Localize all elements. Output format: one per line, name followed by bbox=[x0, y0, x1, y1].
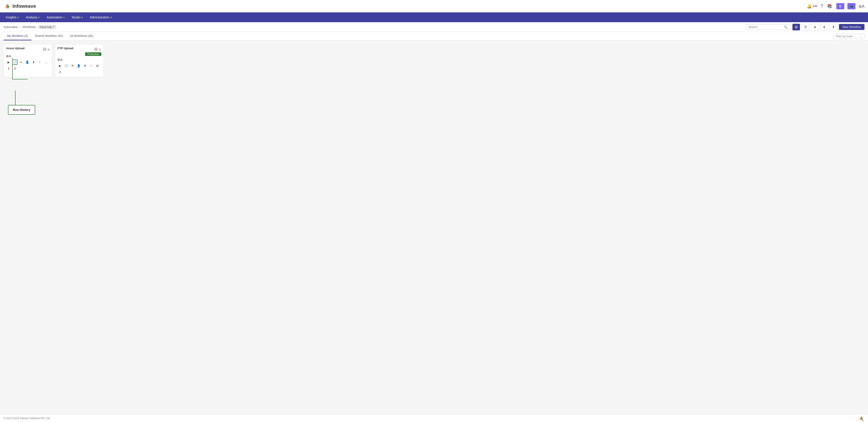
list-icon: ☰ bbox=[804, 25, 807, 29]
workflow-grid: Azure Upload ⚙ ⚙ ⊛A ▶ 🕐 ✏ 👤 ⬇ ⑂ … ℹ 🗑 bbox=[4, 44, 864, 77]
logo: Infoweave bbox=[4, 2, 36, 10]
gear-group-azure: ⚙ ⚙ bbox=[42, 47, 50, 52]
book-button[interactable]: 📚 bbox=[826, 3, 833, 10]
grid-view-button[interactable]: ⊞ bbox=[793, 24, 800, 30]
footer-logo-icon: ✱ bbox=[858, 415, 864, 421]
card-title-azure: Azure Upload bbox=[6, 47, 25, 50]
history-button-ftp[interactable]: 🕐 bbox=[64, 63, 69, 68]
tab-my-workflow[interactable]: My Workflow (2) bbox=[4, 32, 31, 40]
main-content: Azure Upload ⚙ ⚙ ⊛A ▶ 🕐 ✏ 👤 ⬇ ⑂ … ℹ 🗑 bbox=[0, 40, 868, 414]
footer: © 2013-2024 Noesys Software Pvt. Ltd. ✱ bbox=[0, 414, 868, 422]
workflow-card-ftp: FTP Upload ⚙ ⚙ Production ⊛A ▶ 🕐 👁 👤 ⬇ ⑂… bbox=[55, 44, 104, 77]
book-icon: 📚 bbox=[827, 4, 832, 9]
nav-item-studio[interactable]: Studio ▾ bbox=[68, 14, 86, 21]
screen2-button[interactable]: 📺 bbox=[847, 3, 856, 9]
new-workflow-label: New Workflow bbox=[842, 25, 861, 29]
gear-icon-azure[interactable]: ⚙ bbox=[42, 47, 46, 52]
footer-copyright: © 2013-2024 Noesys Software Pvt. Ltd. bbox=[4, 417, 50, 420]
play-button-ftp[interactable]: ▶ bbox=[57, 63, 63, 68]
nav-bar: Insights ▾ Analysis ▾ Automation ▾ Studi… bbox=[0, 12, 868, 22]
run-history-label: Run History bbox=[13, 108, 30, 112]
need-help-badge[interactable]: Need help ? bbox=[38, 25, 57, 29]
administration-arrow: ▾ bbox=[111, 16, 112, 19]
share-button-ftp[interactable]: ⑂ bbox=[88, 63, 94, 68]
tab-all-workflows[interactable]: All Workflows (45) bbox=[66, 32, 97, 40]
download-button-azure[interactable]: ⬇ bbox=[31, 59, 36, 65]
breadcrumb-bar: Automation › Workflows Need help ? 🔍 ⊞ ☰… bbox=[0, 22, 868, 32]
download-icon: ⬇ bbox=[823, 25, 826, 29]
users-button-azure[interactable]: 👤 bbox=[25, 59, 30, 65]
nav-item-administration[interactable]: Administration ▾ bbox=[87, 14, 115, 21]
top-header: Infoweave 🔔 545 ? 📚 🖥 📺 ⊛A bbox=[0, 0, 868, 12]
search-input[interactable] bbox=[748, 25, 784, 29]
breadcrumb-automation[interactable]: Automation bbox=[4, 25, 18, 29]
logo-icon bbox=[4, 2, 11, 10]
info-button-azure[interactable]: ℹ bbox=[6, 66, 11, 71]
header-right: 🔔 545 ? 📚 🖥 📺 ⊛A bbox=[807, 3, 864, 10]
nav-item-automation[interactable]: Automation ▾ bbox=[43, 14, 68, 21]
breadcrumb-sep: › bbox=[20, 25, 21, 29]
filter-mode-dropdown[interactable]: Filter by mode ⌄ bbox=[833, 34, 864, 39]
nav-item-analysis[interactable]: Analysis ▾ bbox=[23, 14, 42, 21]
gear-icon-ftp[interactable]: ⚙ bbox=[94, 47, 98, 52]
svg-text:✱: ✱ bbox=[862, 420, 864, 421]
info-button-ftp[interactable]: ℹ bbox=[57, 69, 63, 75]
card-header-azure: Azure Upload ⚙ ⚙ bbox=[6, 47, 50, 52]
play-button-azure[interactable]: ▶ bbox=[6, 59, 11, 65]
delete-button-azure[interactable]: 🗑 bbox=[12, 66, 18, 71]
user-button[interactable]: ⊛A bbox=[859, 3, 864, 9]
user-avatar-ftp: ⊛A bbox=[57, 58, 63, 61]
analysis-arrow: ▾ bbox=[38, 16, 39, 19]
administration-label: Administration bbox=[90, 16, 110, 19]
monitor-button[interactable]: 🖥 bbox=[836, 3, 844, 9]
download-button[interactable]: ⬇ bbox=[820, 24, 828, 30]
tab-shared-workflow[interactable]: Shared Workflow (43) bbox=[31, 32, 66, 40]
workflow-card-azure: Azure Upload ⚙ ⚙ ⊛A ▶ 🕐 ✏ 👤 ⬇ ⑂ … ℹ 🗑 bbox=[4, 44, 52, 77]
gear-icon-ftp2[interactable]: ⚙ bbox=[99, 48, 101, 52]
notifications-count: 545 bbox=[813, 4, 817, 8]
production-badge-ftp: Production bbox=[85, 52, 101, 56]
card-user-azure: ⊛A bbox=[6, 54, 50, 58]
download-button-ftp[interactable]: ⬇ bbox=[82, 63, 88, 68]
new-workflow-button[interactable]: New Workflow bbox=[839, 24, 864, 30]
card-actions-ftp: ▶ 🕐 👁 👤 ⬇ ⑂ ⊞ ℹ bbox=[57, 63, 101, 75]
automation-label: Automation bbox=[46, 16, 62, 19]
tab-bar: My Workflow (2) Shared Workflow (43) All… bbox=[0, 32, 868, 40]
star-button[interactable]: ★ bbox=[811, 24, 818, 30]
card-title-ftp: FTP Upload bbox=[57, 47, 73, 50]
need-help-label: Need help bbox=[40, 26, 52, 29]
upload-button-ftp[interactable]: 👤 bbox=[76, 63, 81, 68]
star-icon: ★ bbox=[813, 25, 816, 29]
help-button[interactable]: ? bbox=[820, 4, 823, 9]
analysis-label: Analysis bbox=[26, 16, 37, 19]
list-view-button[interactable]: ☰ bbox=[802, 24, 809, 30]
search-icon[interactable]: 🔍 bbox=[784, 25, 787, 29]
search-box: 🔍 bbox=[746, 24, 790, 30]
bell-icon: 🔔 bbox=[807, 4, 812, 9]
screen2-icon: 📺 bbox=[849, 4, 853, 8]
more-button-ftp[interactable]: ⊞ bbox=[95, 63, 100, 68]
run-history-tooltip: Run History bbox=[8, 105, 35, 115]
history-button-azure[interactable]: 🕐 bbox=[12, 59, 18, 65]
studio-label: Studio bbox=[71, 16, 81, 19]
gear-group-ftp: ⚙ ⚙ bbox=[94, 47, 101, 52]
card-header-ftp: FTP Upload ⚙ ⚙ bbox=[57, 47, 101, 52]
eye-button-ftp[interactable]: 👁 bbox=[70, 63, 75, 68]
gear-icon-azure2[interactable]: ⚙ bbox=[47, 48, 50, 52]
share-button-azure[interactable]: ⑂ bbox=[37, 59, 42, 65]
automation-arrow: ▾ bbox=[63, 16, 64, 19]
nav-item-insights[interactable]: Insights ▾ bbox=[3, 14, 22, 21]
user-avatar-azure: ⊛A bbox=[6, 54, 11, 58]
user-icon: ⊛A bbox=[859, 4, 864, 9]
breadcrumb-right: 🔍 ⊞ ☰ ★ ⬇ ⬆ New Workflow bbox=[746, 24, 864, 30]
notifications-button[interactable]: 🔔 545 bbox=[807, 4, 817, 9]
breadcrumb: Automation › Workflows Need help ? bbox=[4, 25, 57, 29]
help-circle-icon: ? bbox=[53, 26, 55, 29]
card-user-ftp: ⊛A bbox=[57, 58, 101, 62]
breadcrumb-workflows: Workflows bbox=[23, 25, 36, 29]
upload-button[interactable]: ⬆ bbox=[830, 24, 837, 30]
insights-arrow: ▾ bbox=[18, 16, 19, 19]
edit-button-azure[interactable]: ✏ bbox=[19, 59, 24, 65]
question-icon: ? bbox=[820, 4, 823, 8]
more-button-azure[interactable]: … bbox=[43, 59, 49, 65]
